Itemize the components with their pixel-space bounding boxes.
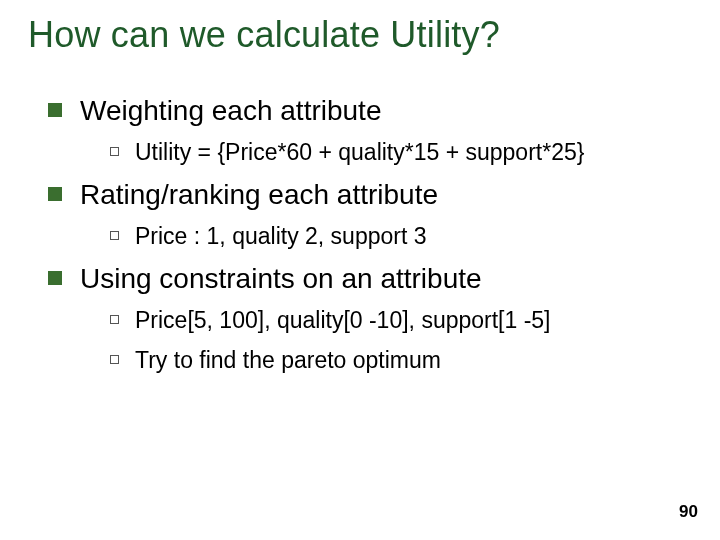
- bullet-level1: Rating/ranking each attribute: [48, 178, 668, 212]
- square-bullet-icon: [48, 271, 62, 285]
- heading-text: Using constraints on an attribute: [80, 262, 482, 296]
- sub-text: Price : 1, quality 2, support 3: [135, 222, 427, 250]
- bullet-level2: Try to find the pareto optimum: [110, 346, 668, 374]
- square-bullet-icon: [48, 103, 62, 117]
- hollow-square-icon: [110, 355, 119, 364]
- heading-text: Weighting each attribute: [80, 94, 381, 128]
- hollow-square-icon: [110, 315, 119, 324]
- heading-text: Rating/ranking each attribute: [80, 178, 438, 212]
- bullet-level2: Utility = {Price*60 + quality*15 + suppo…: [110, 138, 668, 166]
- bullet-level1: Using constraints on an attribute: [48, 262, 668, 296]
- page-number: 90: [679, 502, 698, 522]
- slide-content: Weighting each attribute Utility = {Pric…: [48, 86, 668, 386]
- bullet-level1: Weighting each attribute: [48, 94, 668, 128]
- bullet-level2: Price[5, 100], quality[0 -10], support[1…: [110, 306, 668, 334]
- section-2: Rating/ranking each attribute Price : 1,…: [48, 178, 668, 250]
- section-1: Weighting each attribute Utility = {Pric…: [48, 94, 668, 166]
- square-bullet-icon: [48, 187, 62, 201]
- slide-title: How can we calculate Utility?: [28, 14, 500, 56]
- section-3: Using constraints on an attribute Price[…: [48, 262, 668, 374]
- sub-text: Try to find the pareto optimum: [135, 346, 441, 374]
- bullet-level2: Price : 1, quality 2, support 3: [110, 222, 668, 250]
- sub-text: Utility = {Price*60 + quality*15 + suppo…: [135, 138, 584, 166]
- sub-text: Price[5, 100], quality[0 -10], support[1…: [135, 306, 551, 334]
- hollow-square-icon: [110, 231, 119, 240]
- slide: How can we calculate Utility? Weighting …: [0, 0, 720, 540]
- hollow-square-icon: [110, 147, 119, 156]
